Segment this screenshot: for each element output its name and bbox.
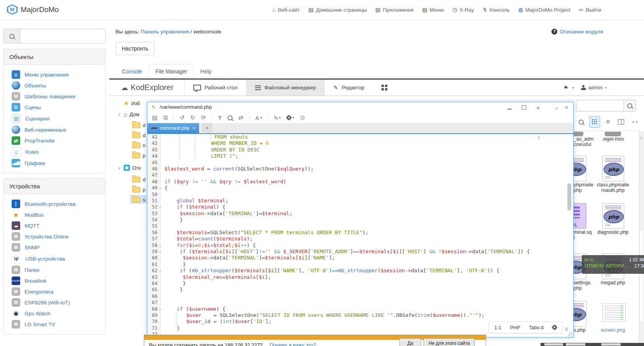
sidebar-item-scenarios[interactable]: Сценарии xyxy=(4,113,105,124)
search-input[interactable] xyxy=(20,29,105,43)
pin-icon[interactable]: Ŧ xyxy=(218,115,222,121)
sidebar-item-gps-watch[interactable]: Gps Watch xyxy=(4,308,105,319)
tab-size[interactable]: Tabs:4 xyxy=(529,325,544,330)
sidebar-item-control-menu[interactable]: Меню управления xyxy=(4,69,105,80)
right-scroll-strip[interactable]: ∧ xyxy=(639,131,644,343)
font-icon[interactable]: A▾ xyxy=(255,115,262,121)
brand[interactable]: M MajorDoMo xyxy=(7,4,59,15)
shuffle-icon[interactable]: ⇄ xyxy=(238,114,243,121)
nav-apps[interactable]: ▤Приложения xyxy=(375,7,413,13)
tree-open[interactable]: ∨Отк xyxy=(124,164,141,172)
paste-icon[interactable]: ⧉ xyxy=(163,114,168,121)
file-diagnostic-label[interactable]: diagnostic.php xyxy=(588,230,637,235)
nav-menu[interactable]: ▤Меню xyxy=(422,7,444,13)
close-tab-icon[interactable]: ✕ xyxy=(192,126,196,131)
sidebar-item-objects[interactable]: Объекты xyxy=(4,80,105,91)
nav-project[interactable]: ◍MajorDoMo Project xyxy=(518,7,570,13)
sidebar-item-snmp[interactable]: SNMP xyxy=(4,242,105,253)
resize-grip[interactable] xyxy=(568,332,573,337)
sidebar-item-proptransfer[interactable]: PropTransfer xyxy=(4,135,105,146)
scroll-up-icon[interactable]: ∧ xyxy=(537,135,541,140)
php-file-icon[interactable]: php xyxy=(602,156,624,181)
tree-folder-6[interactable]: p xyxy=(132,186,145,193)
minimize-button[interactable] xyxy=(508,105,512,110)
grid-view-button[interactable] xyxy=(589,116,600,128)
preview-icon[interactable]: ⊙ xyxy=(300,114,305,121)
gauge-view-button[interactable]: ◔▾ xyxy=(629,116,639,127)
file-megad-label[interactable]: megad.php xyxy=(588,280,637,285)
search-button[interactable] xyxy=(4,29,20,43)
tree-home[interactable]: ∨⌂Дом xyxy=(124,110,139,118)
list-view-button[interactable]: ≡ xyxy=(603,116,613,127)
kod-editor[interactable]: ✎Редактор xyxy=(325,80,373,96)
file-search-input[interactable] xyxy=(576,100,623,111)
refresh-icon[interactable]: ⟳ xyxy=(201,114,206,121)
configure-button[interactable]: Настроить xyxy=(116,42,154,55)
nav-website[interactable]: ⌂Веб-сайт xyxy=(272,7,300,13)
breadcrumb-section-link[interactable]: Панель управления xyxy=(141,29,189,35)
maximize-button[interactable] xyxy=(522,105,526,110)
notification-why-link[interactable]: Почему я вижу это? xyxy=(270,342,316,346)
sidebar-item-mqtt[interactable]: MQTT xyxy=(4,220,105,231)
sidebar-item-modbus[interactable]: ModBus xyxy=(4,209,105,220)
file-icon-partial[interactable] xyxy=(605,132,621,136)
settings-icon[interactable]: ▾ xyxy=(287,115,294,120)
tab-console[interactable]: Console xyxy=(116,64,149,79)
image-thumbnail[interactable] xyxy=(602,303,626,322)
file-search-button[interactable] xyxy=(623,100,635,111)
not-for-site-button[interactable]: Не для этого сайта xyxy=(424,338,475,346)
scroll-down-icon[interactable]: ∨ xyxy=(564,325,569,332)
close-editor-icon[interactable]: ✕ xyxy=(565,105,569,110)
tree-folder-2[interactable]: d xyxy=(132,131,145,139)
module-description-link[interactable]: ? Описание модуля xyxy=(551,29,603,35)
sidebar-item-behavior-templates[interactable]: Шаблоны поведения xyxy=(4,91,105,102)
close-button[interactable]: × xyxy=(536,105,540,111)
nav-xray[interactable]: ◷X-Ray xyxy=(452,7,474,13)
undo-icon[interactable]: ↺ xyxy=(180,114,185,121)
user-menu[interactable]: admin ▾ xyxy=(581,85,607,90)
columns-view-button[interactable] xyxy=(616,116,626,127)
tree-folder-4[interactable]: p xyxy=(132,151,145,159)
sidebar-item-bluetooth[interactable]: Bluetooth-устройства xyxy=(4,198,105,209)
sidebar-item-broadlink[interactable]: Broadlink xyxy=(4,275,105,286)
gear-icon[interactable] xyxy=(552,325,557,330)
search-icon[interactable] xyxy=(228,115,233,120)
editor-tab-command-php[interactable]: php command.php ✕ xyxy=(147,123,199,133)
tree-folder-3[interactable]: n xyxy=(132,141,145,149)
sidebar-item-charts[interactable]: Графики xyxy=(4,158,105,169)
file-screen-png-label[interactable]: screen.png xyxy=(588,327,637,333)
tree-folder-5[interactable]: d xyxy=(132,176,145,183)
redo-icon[interactable]: ↻ xyxy=(190,114,195,121)
file-class-phpmaileroauth-label[interactable]: class.phpmaileroauth.php xyxy=(588,182,637,193)
tree-folder-7[interactable]: s xyxy=(132,196,145,203)
sidebar-item-esp8266[interactable]: ESP8266 (Wifi-IoT) xyxy=(4,297,105,308)
sidebar-item-rules[interactable]: Rules xyxy=(4,146,105,158)
editor-title-bar[interactable]: ✎ /var/www/command.php × xyxy=(147,102,573,112)
tab-help[interactable]: Help xyxy=(194,64,218,79)
kodexplorer-brand[interactable]: ☁ KodExplorer xyxy=(109,80,185,96)
editor-code-area[interactable]: 41 FROM shouts42 WHERE MEMBER_ID = 043 O… xyxy=(147,134,573,337)
kod-file-manager[interactable]: Файловый менеджер xyxy=(246,80,325,96)
save-icon[interactable]: ▤ xyxy=(152,114,158,121)
yes-button[interactable]: Да xyxy=(399,338,421,346)
sidebar-item-scenes[interactable]: Сцены xyxy=(4,102,105,113)
php-file-icon[interactable]: php xyxy=(602,203,624,229)
tab-file-manager[interactable]: File Manager xyxy=(149,64,194,79)
flag-icon[interactable]: ⚑ xyxy=(564,85,569,91)
new-tab-button[interactable]: + xyxy=(202,123,212,132)
apps-grid-button[interactable] xyxy=(373,80,396,96)
nav-console[interactable]: ↯Консоль xyxy=(483,7,510,13)
kod-desktop[interactable]: Рабочий стол xyxy=(185,80,246,96)
sidebar-item-devices-online[interactable]: Устройства Online xyxy=(4,231,105,242)
sidebar-item-lg-smart-tv[interactable]: LG Smart TV xyxy=(4,319,105,330)
fullscreen-icon[interactable]: ↔ xyxy=(551,103,560,111)
nav-logout[interactable]: ⇨Выйти xyxy=(579,7,601,13)
nav-home-pages[interactable]: ▤Домашние страницы xyxy=(308,7,367,13)
sidebar-item-usb[interactable]: USB-устройства xyxy=(4,253,105,264)
tree-folder-1[interactable]: d xyxy=(132,121,145,129)
editor-scrollbar[interactable] xyxy=(567,183,571,210)
file-wget-hsts-label[interactable]: .wget-hsts xyxy=(588,136,637,142)
sidebar-item-web-variables[interactable]: Веб-переменные xyxy=(4,124,105,135)
syntax-mode[interactable]: PHP xyxy=(510,325,520,330)
zoom-icon[interactable] xyxy=(576,116,586,127)
